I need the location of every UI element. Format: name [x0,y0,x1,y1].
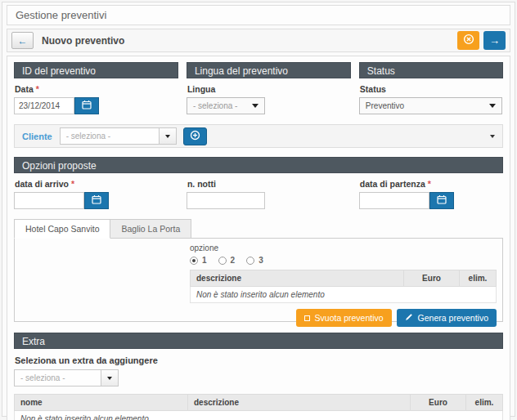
arrivo-calendar-button[interactable] [84,192,109,209]
genera-preventivo-button[interactable]: Genera preventivo [397,309,497,327]
plus-circle-icon [190,130,200,143]
extra-select-label: Seleziona un extra da aggiungere [15,355,502,365]
calendar-icon [437,194,447,207]
extra-select-caret-button[interactable] [101,369,119,386]
extra-col-elim: elim. [466,395,503,411]
opzioni-col-elim: elim. [460,270,497,287]
cliente-bar: Cliente - seleziona - [14,124,503,148]
status-label: Status [360,84,502,94]
toolbar-title: Nuovo preventivo [42,35,124,47]
arrow-right-icon: → [489,34,500,47]
section-header-opzioni: Opzioni proposte [14,157,503,173]
opzioni-col-descrizione: descrizione [191,270,404,287]
table-row: Non è stato inserito alcun elemento [15,411,503,420]
circle-x-icon [463,34,474,47]
extra-select[interactable]: - seleziona - [14,369,503,386]
partenza-label: data di partenza * [360,179,502,189]
notti-label: n. notti [187,179,350,189]
extra-col-nome: nome [15,395,188,411]
required-mark: * [36,84,39,94]
cliente-label: Cliente [22,132,52,141]
calendar-icon [82,100,92,112]
table-row: Non è stato inserito alcun elemento [191,287,497,303]
svuota-preventivo-button[interactable]: Svuota preventivo [296,309,392,327]
arrivo-label: data di arrivo * [15,179,178,189]
arrivo-label-text: data di arrivo [15,179,69,189]
caret-down-icon [107,377,112,380]
cliente-select-caret-button[interactable] [160,127,177,145]
cliente-select[interactable]: - seleziona - [60,127,177,145]
opzioni-table: descrizione Euro elim. Non è stato inser… [190,270,497,303]
opzione-radio-3[interactable] [246,257,254,265]
caret-down-icon [252,104,258,108]
extra-empty-row: Non è stato inserito alcun elemento [15,411,503,420]
opzione-radio-2-label: 2 [231,256,236,265]
page-title: Gestione preventivi [7,5,510,25]
status-select[interactable]: Preventivo [359,97,502,114]
section-header-status: Status [359,62,503,78]
opzione-radio-group: 1 2 3 [190,256,497,265]
data-label-text: Data [15,84,34,94]
opzioni-empty-row: Non è stato inserito alcun elemento [191,287,497,303]
svuota-preventivo-label: Svuota preventivo [315,313,384,323]
hotel-tabs: Hotel Capo Sanvito Baglio La Porta [14,219,503,239]
caret-down-icon [489,104,496,108]
back-button[interactable]: ← [11,32,34,49]
forward-button[interactable]: → [483,31,506,50]
partenza-calendar-button[interactable] [429,192,454,209]
pencil-icon [405,313,413,323]
tab-hotel-capo-sanvito[interactable]: Hotel Capo Sanvito [14,219,110,239]
caret-down-icon [165,135,170,138]
section-header-id: ID del preventivo [14,62,178,78]
main-panel: ID del preventivo Lingua del preventivo … [7,56,510,420]
page-container: Gestione preventivi ← Nuovo preventivo →… [2,2,515,417]
extra-col-euro: Euro [411,395,466,411]
extra-table: nome descrizione Euro elim. Non è stato … [14,394,503,420]
cliente-select-value: - seleziona - [60,127,160,145]
genera-preventivo-label: Genera preventivo [418,313,488,323]
opzione-radio-2[interactable] [218,257,227,265]
section-header-lingua: Lingua del preventivo [187,62,351,78]
extra-col-descrizione: descrizione [188,395,411,411]
tab-baglio-la-porta[interactable]: Baglio La Porta [110,219,191,239]
extra-select-value: - seleziona - [14,369,101,386]
section-header-extra: Extra [14,333,503,349]
add-cliente-button[interactable] [183,127,207,145]
opzione-label: opzione [190,244,497,252]
collapse-caret-icon[interactable] [490,135,495,138]
opzione-radio-1-label: 1 [202,256,207,265]
opzioni-col-euro: Euro [404,270,460,287]
required-mark: * [71,179,74,189]
toolbar: ← Nuovo preventivo → [7,29,510,52]
data-calendar-button[interactable] [74,97,99,114]
partenza-label-text: data di partenza [360,179,425,189]
arrow-left-icon: ← [18,35,28,47]
data-input[interactable] [14,97,74,114]
partenza-input[interactable] [359,192,429,209]
tab-panel: opzione 1 2 3 descrizione Euro elim. [14,238,503,322]
data-label: Data * [15,84,178,94]
lingua-label: Lingua [187,84,350,94]
square-icon [304,315,310,321]
required-mark: * [428,179,431,189]
cancel-button[interactable] [457,31,479,50]
lingua-select[interactable]: - seleziona - [187,97,265,114]
opzione-radio-3-label: 3 [258,256,263,265]
status-select-value: Preventivo [366,101,481,110]
arrivo-input[interactable] [14,192,84,209]
lingua-select-value: - seleziona - [193,101,244,110]
notti-input[interactable] [187,192,265,209]
opzione-radio-1[interactable] [190,257,198,265]
calendar-icon [92,194,101,207]
